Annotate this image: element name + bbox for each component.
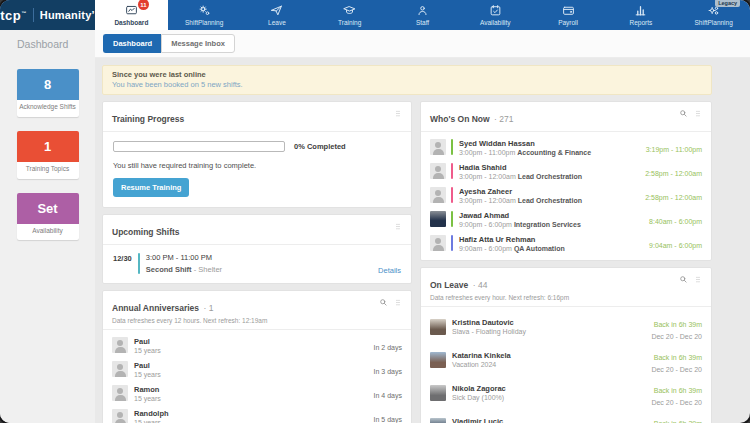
banner-message-link[interactable]: You have been booked on 5 new shifts. — [112, 80, 702, 89]
on-leave-row[interactable]: Vladimir LucicVacation 2024 Back in 6h 3… — [421, 409, 711, 423]
training-icon — [343, 4, 356, 17]
card-title: Annual Anniversaries — [112, 303, 199, 313]
clocked-time: 9:04am - 6:00pm — [649, 242, 702, 249]
shift-row[interactable]: 12/30 3:00 PM - 11:00 PM Second Shift - … — [103, 245, 411, 283]
stats-sidebar: 8 Acknowledge Shifts 1 Training Topics S… — [0, 58, 95, 423]
nav-tab-reports[interactable]: Reports — [604, 0, 677, 30]
stat-label: Acknowledge Shifts — [17, 100, 79, 117]
staff-icon — [416, 4, 429, 17]
on-leave-card: On Leave 44 Data refreshes every hour. N… — [420, 267, 712, 423]
stat-set-availability[interactable]: Set Availability — [17, 193, 79, 241]
search-icon[interactable] — [379, 298, 388, 307]
stat-training-topics[interactable]: 1 Training Topics — [17, 131, 79, 179]
subtab-dashboard[interactable]: Dashboard — [103, 34, 161, 53]
avatar — [430, 235, 446, 251]
on-leave-list: Kristina DautovicSlava - Floating Holida… — [421, 307, 711, 423]
avatar — [112, 337, 128, 353]
on-now-row[interactable]: Syed Widdan Hassan3:00pm - 11:00pm Accou… — [421, 135, 711, 159]
anniversary-row[interactable]: Paul15 years In 2 days — [103, 333, 411, 357]
training-progress-card: Training Progress 0% Completed You still… — [102, 101, 412, 208]
notification-badge: 11 — [138, 0, 149, 10]
card-title: Training Progress — [112, 114, 184, 124]
nav-tab-leave[interactable]: Leave — [241, 0, 314, 30]
availability-icon — [489, 4, 502, 17]
avatar — [430, 163, 446, 179]
stat-value: 1 — [17, 131, 79, 162]
page-body: 8 Acknowledge Shifts 1 Training Topics S… — [0, 58, 750, 423]
payroll-icon — [562, 4, 575, 17]
nav-tab-dashboard[interactable]: 11 Dashboard — [95, 0, 168, 30]
avatar — [112, 409, 128, 423]
avatar — [430, 211, 446, 227]
avatar — [430, 187, 446, 203]
avatar — [430, 385, 446, 401]
anniversary-row[interactable]: Ramon15 years In 4 days — [103, 381, 411, 405]
whos-on-now-card: Who's On Now 271 — [420, 101, 712, 261]
humanity-dashboard-window: tcp™ Humanity’ 11 Dashboard ShiftPlannin… — [0, 0, 750, 423]
anniversaries-list: Paul15 years In 2 days Paul15 years In 3… — [103, 330, 411, 423]
brand-logo[interactable]: tcp™ Humanity’ — [0, 0, 95, 30]
drag-handle-icon[interactable] — [694, 109, 702, 118]
shift-color-bar — [451, 235, 453, 251]
since-last-online-banner: Since you were last online You have been… — [102, 65, 712, 95]
card-title: Upcoming Shifts — [112, 227, 180, 237]
nav-tab-payroll[interactable]: Payroll — [532, 0, 605, 30]
avatar — [430, 139, 446, 155]
drag-handle-icon[interactable] — [394, 298, 402, 307]
nav-tab-training[interactable]: Training — [313, 0, 386, 30]
card-title: On Leave — [430, 280, 468, 290]
leave-icon — [270, 4, 283, 17]
clocked-time: 2:58pm - 12:00am — [645, 170, 702, 177]
stat-acknowledge-shifts[interactable]: 8 Acknowledge Shifts — [17, 69, 79, 117]
back-in: Back in 6h 39m — [654, 354, 702, 361]
nav-tab-shiftplanning-legacy[interactable]: Legacy ShiftPlanning — [677, 0, 750, 30]
page-title: Dashboard — [17, 38, 68, 50]
card-count: 271 — [494, 114, 513, 124]
logo-divider — [33, 8, 34, 22]
shift-details-link[interactable]: Details — [378, 266, 401, 275]
shiftplanning-icon — [198, 4, 211, 17]
back-in: Back in 6h 39m — [654, 387, 702, 394]
banner-title: Since you were last online — [112, 70, 702, 79]
humanity-logo: Humanity’ — [40, 9, 95, 21]
shift-color-bar — [138, 253, 140, 274]
on-now-row[interactable]: Hafiz Atta Ur Rehman9:00am - 6:00pm QA A… — [421, 231, 711, 255]
clocked-time: 3:19pm - 11:00pm — [646, 146, 702, 153]
refresh-note: Data refreshes every hour. Next refresh:… — [430, 294, 679, 301]
on-now-row[interactable]: Jawad Ahmad9:00pm - 6:00pm Integration S… — [421, 207, 711, 231]
shift-color-bar — [451, 163, 453, 179]
on-now-row[interactable]: Ayesha Zaheer3:00pm - 12:00am Lead Orche… — [421, 183, 711, 207]
shiftplanning-legacy-icon: Legacy — [707, 4, 720, 17]
drag-handle-icon[interactable] — [394, 109, 402, 118]
on-leave-row[interactable]: Kristina DautovicSlava - Floating Holida… — [421, 310, 711, 343]
subnav: Dashboard Message Inbox — [95, 30, 750, 58]
anniversary-row[interactable]: Randolph15 years In 5 days — [103, 405, 411, 423]
resume-training-button[interactable]: Resume Training — [113, 178, 189, 197]
clocked-time: 2:58pm - 12:00am — [645, 194, 702, 201]
shift-time: 3:00 PM - 11:00 PM — [146, 253, 222, 262]
training-note: You still have required training to comp… — [113, 161, 401, 170]
shift-color-bar — [451, 211, 453, 227]
legacy-tag: Legacy — [715, 0, 740, 7]
avatar — [430, 418, 446, 423]
nav-tab-availability[interactable]: Availability — [459, 0, 532, 30]
shift-name: Second Shift - Shelter — [146, 265, 222, 274]
sub-header: Dashboard Dashboard Message Inbox — [0, 30, 750, 58]
nav-tab-shiftplanning[interactable]: ShiftPlanning — [168, 0, 241, 30]
refresh-note: Data refreshes every 12 hours. Next refr… — [112, 317, 379, 324]
nav-tab-staff[interactable]: Staff — [386, 0, 459, 30]
anniversary-row[interactable]: Paul15 years In 3 days — [103, 357, 411, 381]
subtab-message-inbox[interactable]: Message Inbox — [161, 34, 235, 53]
main-content: Since you were last online You have been… — [95, 58, 750, 423]
on-now-row[interactable]: Hadia Shahid3:00pm - 12:00am Lead Orches… — [421, 159, 711, 183]
stat-value: Set — [17, 193, 79, 224]
on-leave-row[interactable]: Nikola ZagoracSick Day (100%) Back in 6h… — [421, 376, 711, 409]
drag-handle-icon[interactable] — [694, 275, 702, 284]
stat-label: Availability — [17, 224, 79, 241]
drag-handle-icon[interactable] — [394, 222, 402, 231]
on-leave-row[interactable]: Katarina KinkelaVacation 2024 Back in 6h… — [421, 343, 711, 376]
search-icon[interactable] — [679, 109, 688, 118]
shift-color-bar — [451, 187, 453, 203]
search-icon[interactable] — [679, 275, 688, 284]
avatar — [430, 352, 446, 368]
